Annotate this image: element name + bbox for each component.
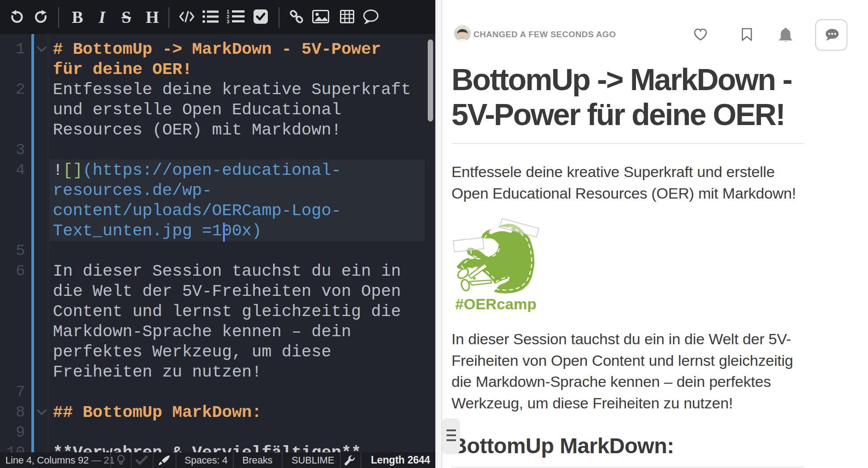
svg-text:3: 3 [227,19,229,24]
svg-text:#OERcamp: #OERcamp [455,295,536,312]
